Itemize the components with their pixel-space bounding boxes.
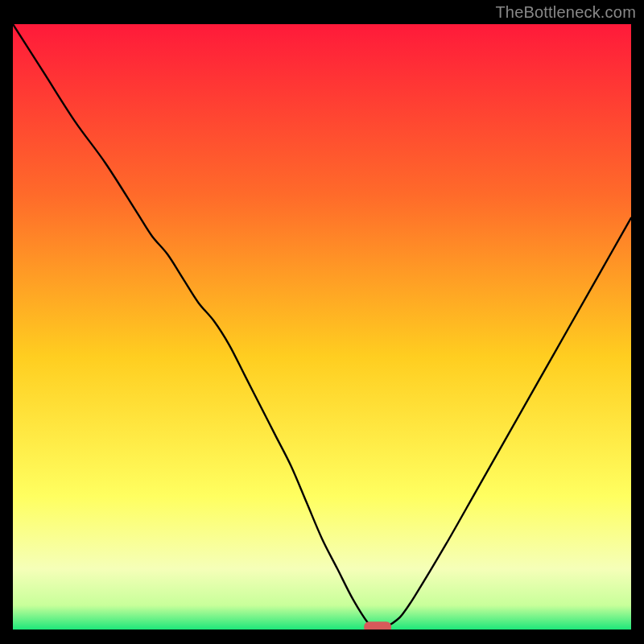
- chart-frame: TheBottleneck.com: [0, 0, 644, 644]
- bottleneck-chart: [13, 24, 631, 630]
- plot-area: [13, 24, 631, 630]
- watermark-text: TheBottleneck.com: [495, 3, 636, 22]
- optimal-marker: [364, 621, 391, 630]
